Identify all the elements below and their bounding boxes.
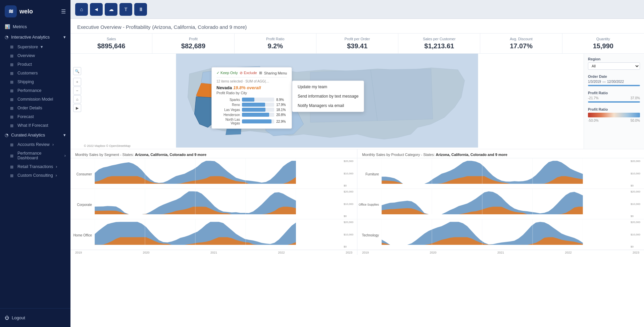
segment-consumer-label: Consumer [70,158,95,188]
color-max: 50.0% [631,119,640,122]
overview-label: Overview [17,53,35,58]
ctx-update-team[interactable]: Update my team [292,82,364,92]
logout-button[interactable]: ⏻ Logout [5,313,66,323]
viz-area: 🔍 + − ⌂ ▶ [70,54,644,149]
sidebar-sub-perf-dash[interactable]: ▦ Performance Dashboard › [0,149,70,162]
profit-ratio-min: -21.7% [588,96,599,100]
dashboard-header: Executive Overview - Profitability (Ariz… [70,19,644,34]
sidebar-sub-accounts[interactable]: ▦ Accounts Review › [0,140,70,149]
dashboard: Executive Overview - Profitability (Ariz… [70,19,644,327]
category-tech-row: Technology $20,000 $10,000 $0 [357,219,644,250]
sidebar-sub-what-if[interactable]: ▦ What If Forecast [0,121,70,130]
kpi-profit: Profit $82,689 [152,34,234,53]
retail-label: Retail Transactions [17,164,53,169]
segment-corporate-chart [95,189,344,219]
popup-keep-only[interactable]: ✓ Keep Only [216,71,238,75]
toolbar-pause-button[interactable]: ⏸ [134,3,147,16]
popup-sharing-menu[interactable]: Sharing Menu [264,71,287,75]
commission-label: Commission Model [17,97,53,102]
kpi-profit-per-order: Profit per Order $39.41 [316,34,398,53]
kpi-profit-ratio: Profit Ratio 9.2% [235,34,316,53]
ia-icon: ◔ [5,35,8,40]
popup-bar-reno: Reno 17.9% [216,103,287,107]
filter-order-date: Order Date 1/3/2019 — 12/30/2022 [588,74,640,86]
sidebar-sub-retail[interactable]: ▦ Retail Transactions › [0,162,70,171]
sidebar-sub-commission[interactable]: ▦ Commission Model [0,95,70,104]
toolbar-text-button[interactable]: T [119,3,132,16]
sidebar-header: ≋ welo ☰ [0,0,70,21]
menu-toggle[interactable]: ☰ [61,8,66,15]
toolbar-back-button[interactable]: ◄ [90,3,103,16]
category-chart-footer: 2019 2020 2021 2022 2023 [357,250,644,255]
kpi-profit-ratio-label: Profit Ratio [237,37,313,41]
context-menu: Update my team Send information by text … [292,80,364,112]
segment-homeoffice-row: Home Office $20,000 $10,000 $0 [70,219,357,250]
popup-state-title: Nevada 19.8% overall [216,85,287,90]
profit-ratio-color-range: -50.0% 50.0% [588,119,640,122]
segment-chart-panel: Monthly Sales by Segment - States: Arizo… [70,149,357,255]
toolbar-cloud-button[interactable]: ☁ [105,3,117,16]
sidebar-item-interactive-analytics[interactable]: ◔ Interactive Analytics ▾ [0,32,70,42]
sidebar-sub-order-details[interactable]: ▦ Order Details [0,104,70,112]
popup-exclude[interactable]: ⊘ Exclude [240,71,257,75]
map-zoom-in-button[interactable]: + [73,78,81,86]
kpi-quantity: Quantity 15,990 [562,34,644,53]
map-home-button[interactable]: ⌂ [73,95,81,103]
sidebar-sub-overview[interactable]: ▦ Overview [0,51,70,60]
popup-bar-las-vegas: Las Vegas 18.1% [216,108,287,112]
retail-arrow: › [56,164,57,169]
product-icon: ▦ [10,62,15,67]
performance-icon: ▦ [10,89,15,93]
filter-date-range: 1/3/2019 — 12/30/2022 [588,80,640,84]
whatif-label: What If Forecast [17,123,48,128]
category-charts: Furniture $20,000 $10,000 $0 Office Supp… [357,158,644,250]
custom-icon: ▦ [10,173,15,178]
popup-grid[interactable]: ⊞ [259,71,262,75]
profit-ratio-slider[interactable] [588,101,640,103]
kpi-qty-label: Quantity [565,37,641,41]
ctx-send-text[interactable]: Send information by text message [292,92,364,101]
popup-bar-sparks: Sparks 8.9% [216,98,287,102]
segment-corporate-label: Corporate [70,189,95,219]
ca-label: Curated Analytics [11,132,45,138]
sidebar-sub-shipping[interactable]: ▦ Shipping [0,77,70,86]
sidebar-sub-forecast[interactable]: ▦ Forecast [0,112,70,121]
kpi-avg-discount: Avg. Discount 17.07% [480,34,562,53]
popup-sub-label: 12 items selected · SUM of AGG(… [216,79,287,83]
region-select[interactable]: All East West Central South [588,62,640,70]
kpi-qty-value: 15,990 [565,42,641,50]
ca-chevron: ▾ [63,132,66,138]
ctx-notify-managers[interactable]: Notify Managers via email [292,101,364,110]
sidebar-sub-product[interactable]: ▦ Product [0,60,70,69]
category-furniture-chart [382,158,631,188]
map-expand-button[interactable]: ▶ [73,104,81,112]
date-slider[interactable] [588,85,640,86]
segment-consumer-row: Consumer $20,000 $10,000 $0 [70,158,357,189]
shipping-icon: ▦ [10,80,15,84]
retail-icon: ▦ [10,165,15,169]
sidebar-item-curated-analytics[interactable]: ◔ Curated Analytics ▾ [0,130,70,140]
kpi-ppo-value: $39.41 [319,42,395,50]
performance-label: Performance [17,88,42,93]
sidebar-sub-performance[interactable]: ▦ Performance [0,86,70,95]
kpi-sales-value: $895,646 [73,42,149,50]
commission-icon: ▦ [10,97,15,102]
kpi-profit-label: Profit [155,37,231,41]
kpi-sales-per-customer: Sales per Customer $1,213.61 [398,34,480,53]
sidebar-sub-customers[interactable]: ▦ Customers [0,69,70,77]
overview-icon: ▦ [10,54,15,58]
perfdash-label: Performance Dashboard [17,151,62,160]
map-zoom-out-button[interactable]: − [73,87,81,95]
sidebar-sub-custom[interactable]: ▦ Custom Consulting › [0,171,70,180]
map-search-button[interactable]: 🔍 [73,67,81,75]
region-label: Region [588,57,640,61]
sidebar-item-metrics[interactable]: 📊 Metrics [0,21,70,32]
whatif-icon: ▦ [10,123,15,128]
sidebar-item-superstore[interactable]: ▦ Superstore ▾ [0,42,70,51]
category-office-chart [382,189,631,219]
toolbar-home-button[interactable]: ⌂ [75,3,88,16]
kpi-row: Sales $895,646 Profit $82,689 Profit Rat… [70,34,644,54]
category-chart-panel: Monthly Sales by Product Category - Stat… [357,149,644,255]
kpi-spc-value: $1,213.61 [401,42,477,50]
segment-homeoffice-label: Home Office [70,219,95,250]
